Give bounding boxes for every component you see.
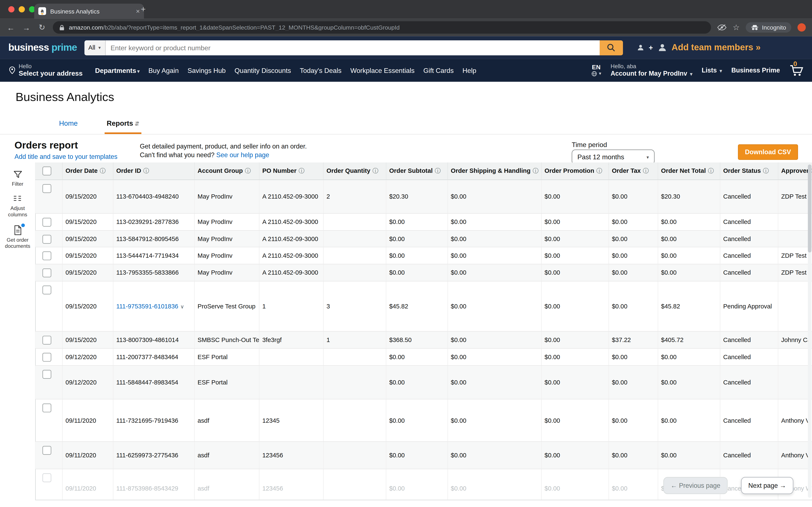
info-icon[interactable]: ⓘ bbox=[245, 168, 251, 174]
column-header: Order Net Totalⓘ bbox=[658, 162, 720, 180]
cell-order-date: 09/15/2020 bbox=[62, 281, 113, 331]
tab-home[interactable]: Home bbox=[57, 115, 80, 134]
row-checkbox[interactable] bbox=[43, 353, 51, 362]
row-checkbox-cell bbox=[35, 230, 62, 247]
cell-order-date: 09/11/2020 bbox=[62, 442, 113, 469]
cell-order-status: Cancelled bbox=[720, 331, 778, 349]
row-checkbox[interactable] bbox=[43, 473, 51, 482]
row-checkbox[interactable] bbox=[43, 218, 51, 227]
info-icon[interactable]: ⓘ bbox=[372, 168, 378, 174]
cell-order-tax: $0.00 bbox=[609, 180, 658, 213]
nav-item[interactable]: Gift Cards bbox=[423, 66, 454, 74]
cart-button[interactable]: 0 bbox=[789, 64, 804, 77]
add-team-members[interactable]: + Add team members » bbox=[636, 43, 761, 53]
info-icon[interactable]: ⓘ bbox=[532, 168, 539, 174]
search-category-dropdown[interactable]: All ▾ bbox=[84, 40, 105, 55]
tab-close-icon[interactable]: × bbox=[136, 8, 140, 14]
bookmark-star-icon[interactable]: ☆ bbox=[733, 23, 740, 32]
row-checkbox[interactable] bbox=[43, 403, 51, 412]
nav-item[interactable]: Buy Again bbox=[148, 66, 179, 74]
info-icon[interactable]: ⓘ bbox=[299, 168, 305, 174]
close-window-button[interactable] bbox=[8, 6, 14, 12]
cell-order-net-total: $0.00 bbox=[658, 348, 720, 365]
new-tab-button[interactable]: + bbox=[141, 5, 146, 13]
reload-button[interactable]: ↻ bbox=[37, 23, 47, 32]
get-order-documents-button[interactable]: Get order documents bbox=[0, 225, 35, 249]
cell-order-quantity bbox=[323, 230, 386, 247]
address-bar[interactable]: amazon.com/b2b/aba/?reportType=items_rep… bbox=[53, 21, 711, 34]
cart-count: 0 bbox=[794, 60, 797, 68]
search-button[interactable] bbox=[600, 40, 623, 55]
next-page-button[interactable]: Next page → bbox=[741, 477, 794, 494]
table-row: 09/12/2020 111-5848447-8983454 ESF Porta… bbox=[35, 365, 812, 399]
profile-avatar[interactable] bbox=[798, 23, 806, 32]
vertical-scrollbar[interactable] bbox=[808, 165, 811, 498]
cell-order-id: 111-2007377-8483464 bbox=[113, 348, 194, 365]
order-id-link[interactable]: 111-9753591-6101836 bbox=[116, 303, 178, 310]
browser-tab[interactable]: a Business Analytics × bbox=[34, 4, 144, 18]
row-checkbox[interactable] bbox=[43, 446, 51, 455]
nav-item[interactable]: Help bbox=[462, 66, 476, 74]
cell-order-net-total: $0.00 bbox=[658, 247, 720, 264]
row-checkbox[interactable] bbox=[43, 370, 51, 379]
info-icon[interactable]: ⓘ bbox=[435, 168, 441, 174]
cell-order-tax: $37.22 bbox=[609, 331, 658, 349]
cell-account-group: ESF Portal bbox=[194, 365, 259, 399]
search-input[interactable] bbox=[105, 40, 600, 55]
back-button[interactable]: ← bbox=[6, 23, 15, 32]
info-icon[interactable]: ⓘ bbox=[100, 168, 106, 174]
nav-item[interactable]: Quantity Discounts bbox=[235, 66, 291, 74]
cell-order-status: Cancelled bbox=[720, 365, 778, 399]
delivery-address[interactable]: Hello Select your address bbox=[8, 63, 83, 77]
cell-approver: Anthony V bbox=[778, 442, 812, 469]
info-icon[interactable]: ⓘ bbox=[643, 168, 649, 174]
row-checkbox[interactable] bbox=[43, 184, 51, 193]
filter-button[interactable]: Filter bbox=[0, 170, 35, 187]
nav-item[interactable]: Today's Deals bbox=[300, 66, 342, 74]
adjust-columns-button[interactable]: Adjust columns bbox=[0, 194, 35, 218]
row-checkbox[interactable] bbox=[43, 286, 51, 294]
cell-order-quantity bbox=[323, 442, 386, 469]
column-header: Order Taxⓘ bbox=[609, 162, 658, 180]
cell-order-shipping: $0.00 bbox=[448, 442, 541, 469]
row-checkbox[interactable] bbox=[43, 251, 51, 260]
scrollbar-thumb[interactable] bbox=[808, 165, 811, 252]
row-checkbox[interactable] bbox=[43, 336, 51, 345]
table-row: 09/15/2020 111-9753591-6101836∨ ProServe… bbox=[35, 281, 812, 331]
cell-order-net-total: $405.72 bbox=[658, 331, 720, 349]
info-icon[interactable]: ⓘ bbox=[596, 168, 602, 174]
cell-order-status: Cancelled bbox=[720, 264, 778, 281]
tab-reports[interactable]: Reports⇵ bbox=[105, 115, 142, 134]
cell-order-subtotal: $45.82 bbox=[386, 281, 447, 331]
info-icon[interactable]: ⓘ bbox=[708, 168, 714, 174]
chevron-down-icon[interactable]: ∨ bbox=[181, 304, 184, 309]
column-header: Order Shipping & Handlingⓘ bbox=[448, 162, 541, 180]
row-checkbox-cell bbox=[35, 247, 62, 264]
incognito-badge: Incognito bbox=[746, 22, 791, 33]
business-prime-logo[interactable]: business prime bbox=[8, 42, 77, 53]
forward-button[interactable]: → bbox=[22, 23, 31, 32]
lists-menu[interactable]: Lists ▾ bbox=[702, 67, 722, 74]
column-header: PO Numberⓘ bbox=[259, 162, 323, 180]
account-menu[interactable]: Hello, aba Account for May ProdInv ▾ bbox=[610, 63, 692, 78]
cell-approver: Johnny Ca bbox=[778, 331, 812, 349]
download-csv-button[interactable]: Download CSV bbox=[738, 144, 798, 160]
minimize-window-button[interactable] bbox=[18, 6, 25, 12]
cell-account-group: May ProdInv bbox=[194, 213, 259, 230]
help-page-link[interactable]: See our help page bbox=[216, 152, 269, 159]
eye-slash-icon[interactable] bbox=[717, 24, 726, 31]
row-checkbox[interactable] bbox=[43, 269, 51, 277]
save-template-link[interactable]: Add title and save to your templates bbox=[14, 153, 117, 160]
nav-item[interactable]: Savings Hub bbox=[188, 66, 226, 74]
cell-order-status: Cancelled bbox=[720, 247, 778, 264]
info-icon[interactable]: ⓘ bbox=[143, 168, 149, 174]
info-icon[interactable]: ⓘ bbox=[763, 168, 769, 174]
business-prime-link[interactable]: Business Prime bbox=[731, 67, 780, 74]
select-all-checkbox[interactable] bbox=[43, 167, 51, 176]
previous-page-button[interactable]: ← Previous page bbox=[663, 477, 727, 494]
nav-item[interactable]: Workplace Essentials bbox=[350, 66, 415, 74]
language-selector[interactable]: EN ▾ bbox=[591, 64, 601, 76]
cell-order-promotion: $0.00 bbox=[541, 213, 608, 230]
row-checkbox[interactable] bbox=[43, 235, 51, 244]
nav-item[interactable]: Departments▾ bbox=[95, 66, 140, 74]
